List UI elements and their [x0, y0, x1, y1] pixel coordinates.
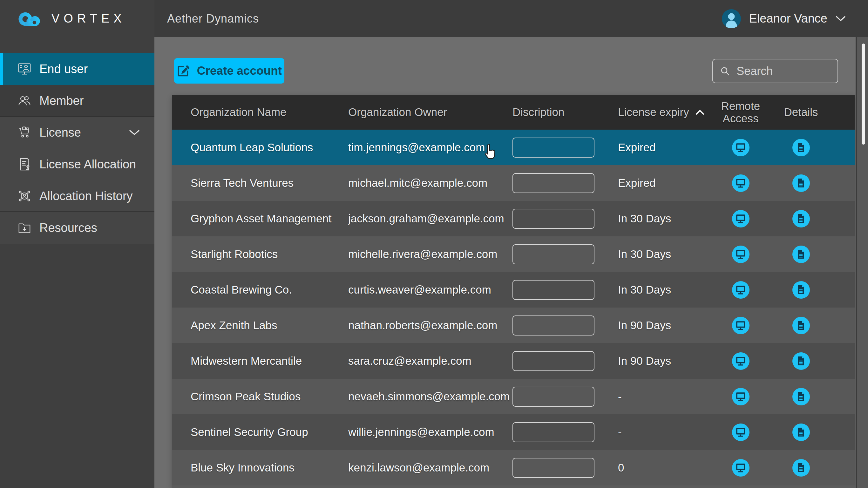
- details-button[interactable]: [793, 175, 810, 192]
- table-row[interactable]: Apex Zenith Labs nathan.roberts@example.…: [172, 308, 855, 343]
- license-expiry-value: In 30 Days: [600, 212, 709, 225]
- sidebar-item-label: End user: [39, 62, 88, 76]
- table-row[interactable]: Midwestern Mercantile sara.cruz@example.…: [172, 343, 855, 379]
- sidebar-item-label: Allocation History: [39, 189, 133, 203]
- column-header-license-expiry[interactable]: License expiry: [600, 106, 709, 118]
- license-cart-icon: [17, 125, 32, 140]
- table-row[interactable]: Blue Sky Innovations kenzi.lawson@exampl…: [172, 450, 855, 485]
- document-icon: [796, 214, 806, 224]
- remote-access-button[interactable]: [732, 139, 749, 156]
- table-row[interactable]: Sentinel Security Group willie.jennings@…: [172, 414, 855, 450]
- column-header-license-expiry-label: License expiry: [618, 106, 689, 118]
- document-dollar-icon: [17, 157, 32, 172]
- sidebar-item-label: License: [39, 126, 81, 140]
- create-account-button[interactable]: Create account: [174, 58, 284, 84]
- remote-access-button[interactable]: [732, 352, 749, 370]
- organizations-table: Organization Name Organization Owner Dis…: [172, 95, 855, 488]
- sidebar-item-license[interactable]: License: [0, 117, 154, 148]
- sidebar-item-label: Resources: [39, 221, 97, 235]
- monitor-icon: [735, 142, 746, 153]
- remote-access-button[interactable]: [732, 281, 749, 299]
- column-header-organization-name: Organization Name: [191, 106, 348, 118]
- details-button[interactable]: [793, 139, 810, 156]
- org-name: Blue Sky Innovations: [191, 461, 348, 474]
- sidebar-item-label: License Allocation: [39, 158, 136, 171]
- remote-access-button[interactable]: [732, 175, 749, 192]
- monitor-user-icon: [17, 62, 32, 76]
- sidebar-item-allocation-history[interactable]: Allocation History: [0, 180, 154, 212]
- page-title: Aether Dynamics: [167, 12, 259, 25]
- topbar: Aether Dynamics Eleanor Vance: [154, 0, 868, 37]
- monitor-icon: [735, 356, 746, 366]
- details-button[interactable]: [793, 210, 810, 227]
- discription-input[interactable]: [513, 315, 594, 336]
- create-account-label: Create account: [197, 64, 282, 78]
- org-owner-email: jackson.graham@example.com: [348, 212, 513, 225]
- table-row[interactable]: Crimson Peak Studios nevaeh.simmons@exam…: [172, 379, 855, 414]
- monitor-icon: [735, 213, 746, 224]
- sidebar-item-label: Member: [39, 94, 84, 108]
- details-button[interactable]: [793, 352, 810, 370]
- scrollbar-thumb[interactable]: [862, 43, 865, 145]
- table-row[interactable]: Coastal Brewing Co. curtis.weaver@exampl…: [172, 272, 855, 308]
- license-expiry-value: In 90 Days: [600, 355, 709, 367]
- document-icon: [796, 427, 806, 437]
- sidebar-item-resources[interactable]: Resources: [0, 212, 154, 244]
- sidebar-menu: End user Member Lic: [0, 53, 154, 244]
- discription-input[interactable]: [513, 422, 594, 442]
- brand-logo: VORTEX: [0, 0, 154, 37]
- monitor-icon: [735, 462, 746, 473]
- document-icon: [796, 285, 806, 295]
- column-header-discription: Discription: [513, 106, 600, 118]
- user-menu[interactable]: Eleanor Vance: [722, 9, 846, 28]
- discription-input[interactable]: [513, 209, 594, 229]
- brand-name: VORTEX: [52, 12, 126, 25]
- main-content: Create account Organization Name Organiz…: [154, 37, 868, 488]
- discription-input[interactable]: [513, 244, 594, 264]
- remote-access-button[interactable]: [732, 210, 749, 227]
- discription-input[interactable]: [513, 387, 594, 407]
- org-owner-email: michael.mitc@example.com: [348, 177, 513, 189]
- remote-access-button[interactable]: [732, 459, 749, 477]
- sidebar-item-member[interactable]: Member: [0, 85, 154, 117]
- details-button[interactable]: [793, 424, 810, 441]
- org-name: Midwestern Mercantile: [191, 355, 348, 367]
- discription-input[interactable]: [513, 138, 594, 158]
- table-row[interactable]: Sierra Tech Ventures michael.mitc@exampl…: [172, 165, 855, 201]
- remote-access-button[interactable]: [732, 317, 749, 334]
- table-body: Quantum Leap Solutions tim.jennings@exam…: [172, 130, 855, 485]
- details-button[interactable]: [793, 459, 810, 477]
- document-icon: [796, 249, 806, 259]
- org-name: Sentinel Security Group: [191, 426, 348, 438]
- remote-access-button[interactable]: [732, 424, 749, 441]
- license-expiry-value: Expired: [600, 141, 709, 154]
- table-row[interactable]: Quantum Leap Solutions tim.jennings@exam…: [172, 130, 855, 165]
- org-name: Starlight Robotics: [191, 248, 348, 261]
- sidebar-item-license-allocation[interactable]: License Allocation: [0, 148, 154, 180]
- discription-input[interactable]: [513, 173, 594, 193]
- discription-input[interactable]: [513, 280, 594, 300]
- sidebar-item-end-user[interactable]: End user: [0, 53, 154, 85]
- person-avatar-icon: [722, 9, 741, 28]
- monitor-icon: [735, 320, 746, 331]
- members-icon: [17, 93, 32, 108]
- details-button[interactable]: [793, 281, 810, 299]
- table-row[interactable]: Gryphon Asset Management jackson.graham@…: [172, 201, 855, 236]
- remote-access-button[interactable]: [732, 246, 749, 263]
- license-expiry-value: -: [600, 426, 709, 438]
- document-icon: [796, 463, 806, 473]
- org-owner-email: nathan.roberts@example.com: [348, 319, 513, 332]
- search-input[interactable]: [737, 64, 831, 78]
- discription-input[interactable]: [513, 458, 594, 478]
- monitor-icon: [735, 427, 746, 437]
- table-row[interactable]: Starlight Robotics michelle.rivera@examp…: [172, 236, 855, 272]
- document-icon: [796, 178, 806, 188]
- chevron-down-icon: [836, 16, 846, 22]
- document-icon: [796, 320, 806, 330]
- details-button[interactable]: [793, 317, 810, 334]
- org-owner-email: willie.jennings@example.com: [348, 426, 513, 438]
- details-button[interactable]: [793, 246, 810, 263]
- remote-access-button[interactable]: [732, 388, 749, 405]
- details-button[interactable]: [793, 388, 810, 405]
- discription-input[interactable]: [513, 351, 594, 371]
